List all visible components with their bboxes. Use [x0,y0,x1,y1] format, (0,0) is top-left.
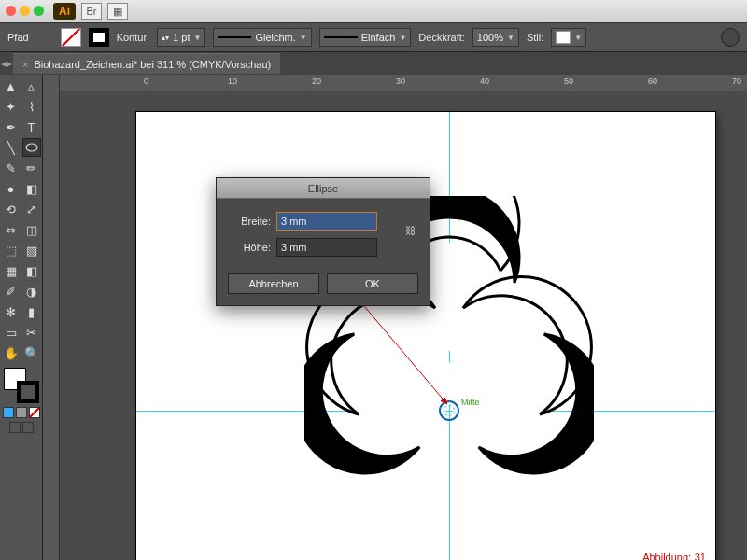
line-tool[interactable]: ╲ [2,138,21,157]
opacity-label: Deckkraft: [418,32,465,43]
fill-swatch[interactable] [61,28,81,47]
mesh-tool[interactable]: ▦ [2,261,21,280]
stroke-profile-dropdown[interactable]: Gleichm.▼ [213,28,311,47]
lasso-tool[interactable]: ⌇ [22,97,41,116]
screen-mode-row[interactable] [9,422,34,433]
arrange-docs-button[interactable]: ▦ [107,3,128,20]
style-dropdown[interactable]: ▼ [551,28,586,47]
slice-tool[interactable]: ✂ [22,323,41,342]
opacity-dropdown[interactable]: 100%▼ [472,28,519,47]
pencil-tool[interactable]: ✏ [22,159,41,177]
pen-tool[interactable]: ✒ [2,118,21,136]
width-input[interactable] [276,212,377,231]
svg-point-0 [26,144,37,151]
scale-tool[interactable]: ⤢ [22,200,41,218]
gradient-tool[interactable]: ◧ [22,261,41,280]
artboard-tool[interactable]: ▭ [2,323,21,342]
ai-app-icon: Ai [53,3,76,20]
close-tab-icon[interactable]: × [22,59,28,70]
selection-type: Pfad [7,32,29,43]
canvas-area[interactable]: 0 10 20 30 40 50 60 70 [43,75,747,560]
shape-builder-tool[interactable]: ⬚ [2,241,21,259]
ellipse-tool[interactable] [22,138,41,157]
style-label: Stil: [527,32,543,43]
ok-button[interactable]: OK [327,273,418,294]
graph-tool[interactable]: ▮ [22,302,41,321]
hand-tool[interactable]: ✋ [2,343,21,362]
stroke-color[interactable] [17,381,39,403]
document-tab-title: Biohazard_Zeichen.ai* bei 311 % (CMYK/Vo… [34,59,271,70]
brush-def-dropdown[interactable]: Einfach▼ [319,28,412,47]
blend-tool[interactable]: ◑ [22,282,41,301]
zoom-tool[interactable]: 🔍 [22,343,41,362]
width-tool[interactable]: ⇔ [2,220,21,239]
selection-tool[interactable]: ▲ [2,77,21,95]
cancel-button[interactable]: Abbrechen [228,273,319,294]
magic-wand-tool[interactable]: ✦ [2,97,21,116]
type-tool[interactable]: T [22,118,41,136]
paintbrush-tool[interactable]: ✎ [2,159,21,177]
tab-scroll-left[interactable]: ◀▶ [0,52,13,75]
fill-stroke-indicator[interactable] [4,368,39,403]
free-transform-tool[interactable]: ◫ [22,220,41,239]
color-mode-row[interactable] [3,407,40,418]
document-tab-bar: ◀▶ × Biohazard_Zeichen.ai* bei 311 % (CM… [0,52,747,75]
eraser-tool[interactable]: ◧ [22,179,41,198]
ruler-vertical [43,75,60,560]
width-label: Breite: [228,216,271,227]
stroke-label: Kontur: [117,32,149,43]
height-input[interactable] [276,238,377,257]
perspective-tool[interactable]: ▧ [22,241,41,259]
tools-panel: ▲ ▵ ✦ ⌇ ✒ T ╲ ✎ ✏ ● ◧ ⟲ ⤢ ⇔ ◫ ⬚ ▧ ▦ ◧ ✐ … [0,75,43,560]
control-bar: Pfad Kontur: ▴▾1 pt▼ Gleichm.▼ Einfach▼ … [0,22,747,52]
dialog-title: Ellipse [217,178,430,199]
ruler-horizontal: 0 10 20 30 40 50 60 70 [60,75,747,91]
rotate-tool[interactable]: ⟲ [2,200,21,218]
document-tab[interactable]: × Biohazard_Zeichen.ai* bei 311 % (CMYK/… [13,53,280,74]
mac-menubar: Ai Br ▦ [0,0,747,22]
constrain-link-icon[interactable]: ⛓ [402,212,418,249]
doc-setup-button[interactable] [721,28,740,47]
direct-selection-tool[interactable]: ▵ [22,77,41,95]
ellipse-dialog: Ellipse Breite: Höhe: ⛓ [216,177,430,306]
eyedropper-tool[interactable]: ✐ [2,282,21,301]
figure-caption: Abbildung: 31 [642,550,706,560]
symbol-sprayer-tool[interactable]: ✻ [2,302,21,321]
stroke-weight-dropdown[interactable]: ▴▾1 pt▼ [157,28,205,47]
bridge-button[interactable]: Br [81,3,102,20]
traffic-lights[interactable] [6,6,48,18]
stroke-swatch[interactable] [89,28,109,47]
height-label: Höhe: [228,242,271,253]
blob-brush-tool[interactable]: ● [2,179,21,198]
